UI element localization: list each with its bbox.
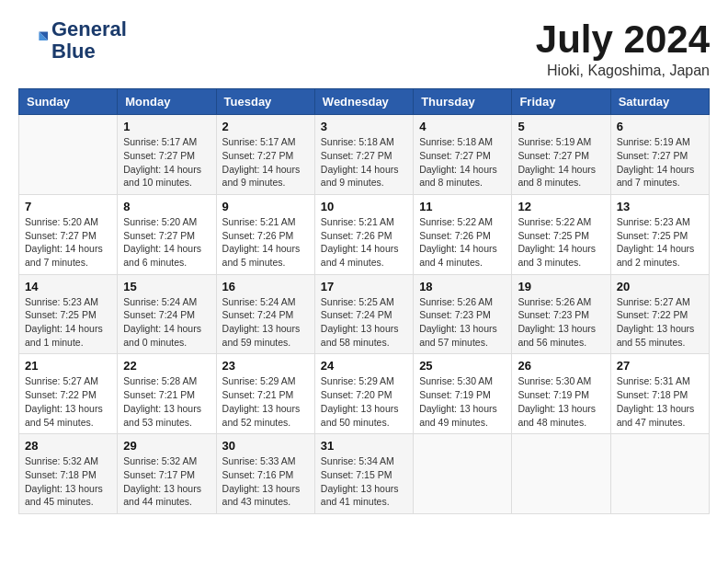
calendar-cell: 16Sunrise: 5:24 AM Sunset: 7:24 PM Dayli… <box>216 274 314 354</box>
calendar-cell: 8Sunrise: 5:20 AM Sunset: 7:27 PM Daylig… <box>118 194 216 274</box>
day-info: Sunrise: 5:19 AM Sunset: 7:27 PM Dayligh… <box>518 135 604 190</box>
title-area: July 2024 Hioki, Kagoshima, Japan <box>536 18 710 79</box>
calendar-cell: 4Sunrise: 5:18 AM Sunset: 7:27 PM Daylig… <box>414 115 512 195</box>
day-number: 14 <box>25 280 111 293</box>
day-number: 23 <box>222 359 309 373</box>
day-info: Sunrise: 5:18 AM Sunset: 7:27 PM Dayligh… <box>321 135 407 190</box>
day-number: 22 <box>123 359 210 373</box>
calendar-cell <box>414 434 512 514</box>
weekday-header-row: SundayMondayTuesdayWednesdayThursdayFrid… <box>19 89 710 115</box>
calendar-cell: 12Sunrise: 5:22 AM Sunset: 7:25 PM Dayli… <box>512 194 610 274</box>
day-info: Sunrise: 5:19 AM Sunset: 7:27 PM Dayligh… <box>617 135 703 190</box>
day-info: Sunrise: 5:29 AM Sunset: 7:21 PM Dayligh… <box>222 374 309 429</box>
month-title: July 2024 <box>536 18 710 61</box>
day-info: Sunrise: 5:22 AM Sunset: 7:25 PM Dayligh… <box>518 215 604 270</box>
day-number: 7 <box>25 200 111 213</box>
calendar-cell: 31Sunrise: 5:34 AM Sunset: 7:15 PM Dayli… <box>314 434 413 514</box>
day-number: 20 <box>617 280 703 293</box>
calendar-cell: 29Sunrise: 5:32 AM Sunset: 7:17 PM Dayli… <box>118 434 216 514</box>
calendar-cell: 30Sunrise: 5:33 AM Sunset: 7:16 PM Dayli… <box>216 434 314 514</box>
calendar-cell: 14Sunrise: 5:23 AM Sunset: 7:25 PM Dayli… <box>19 274 118 354</box>
calendar-cell <box>610 434 709 514</box>
day-number: 30 <box>222 439 309 453</box>
calendar-cell: 21Sunrise: 5:27 AM Sunset: 7:22 PM Dayli… <box>19 354 118 434</box>
day-number: 13 <box>617 200 703 213</box>
calendar-cell: 3Sunrise: 5:18 AM Sunset: 7:27 PM Daylig… <box>314 115 413 195</box>
calendar-cell: 19Sunrise: 5:26 AM Sunset: 7:23 PM Dayli… <box>512 274 610 354</box>
calendar-cell: 7Sunrise: 5:20 AM Sunset: 7:27 PM Daylig… <box>19 194 118 274</box>
day-info: Sunrise: 5:25 AM Sunset: 7:24 PM Dayligh… <box>321 295 407 350</box>
calendar-cell: 1Sunrise: 5:17 AM Sunset: 7:27 PM Daylig… <box>118 115 216 195</box>
calendar-week-row: 7Sunrise: 5:20 AM Sunset: 7:27 PM Daylig… <box>19 194 710 274</box>
day-number: 2 <box>222 120 309 133</box>
calendar-cell: 23Sunrise: 5:29 AM Sunset: 7:21 PM Dayli… <box>216 354 314 434</box>
day-info: Sunrise: 5:32 AM Sunset: 7:18 PM Dayligh… <box>25 454 111 509</box>
day-info: Sunrise: 5:27 AM Sunset: 7:22 PM Dayligh… <box>25 374 111 429</box>
day-info: Sunrise: 5:32 AM Sunset: 7:17 PM Dayligh… <box>123 454 210 509</box>
calendar-week-row: 14Sunrise: 5:23 AM Sunset: 7:25 PM Dayli… <box>19 274 710 354</box>
page-header: General Blue July 2024 Hioki, Kagoshima,… <box>18 18 710 79</box>
day-info: Sunrise: 5:17 AM Sunset: 7:27 PM Dayligh… <box>123 135 210 190</box>
day-info: Sunrise: 5:23 AM Sunset: 7:25 PM Dayligh… <box>617 215 703 270</box>
day-number: 29 <box>123 439 210 453</box>
logo-line1: General <box>51 18 127 40</box>
day-info: Sunrise: 5:24 AM Sunset: 7:24 PM Dayligh… <box>222 295 309 350</box>
calendar-week-row: 1Sunrise: 5:17 AM Sunset: 7:27 PM Daylig… <box>19 115 710 195</box>
calendar-week-row: 28Sunrise: 5:32 AM Sunset: 7:18 PM Dayli… <box>19 434 710 514</box>
calendar-cell: 2Sunrise: 5:17 AM Sunset: 7:27 PM Daylig… <box>216 115 314 195</box>
weekday-header-saturday: Saturday <box>610 89 709 115</box>
calendar-cell: 5Sunrise: 5:19 AM Sunset: 7:27 PM Daylig… <box>512 115 610 195</box>
calendar-cell: 9Sunrise: 5:21 AM Sunset: 7:26 PM Daylig… <box>216 194 314 274</box>
day-number: 4 <box>419 120 506 133</box>
day-info: Sunrise: 5:30 AM Sunset: 7:19 PM Dayligh… <box>419 374 506 429</box>
day-number: 25 <box>419 359 506 373</box>
weekday-header-friday: Friday <box>512 89 610 115</box>
calendar-cell: 26Sunrise: 5:30 AM Sunset: 7:19 PM Dayli… <box>512 354 610 434</box>
day-number: 31 <box>321 439 407 453</box>
day-info: Sunrise: 5:24 AM Sunset: 7:24 PM Dayligh… <box>123 295 210 350</box>
day-number: 8 <box>123 200 210 213</box>
calendar-cell: 28Sunrise: 5:32 AM Sunset: 7:18 PM Dayli… <box>19 434 118 514</box>
day-number: 5 <box>518 120 604 133</box>
day-info: Sunrise: 5:29 AM Sunset: 7:20 PM Dayligh… <box>321 374 407 429</box>
day-info: Sunrise: 5:18 AM Sunset: 7:27 PM Dayligh… <box>419 135 506 190</box>
calendar-cell: 15Sunrise: 5:24 AM Sunset: 7:24 PM Dayli… <box>118 274 216 354</box>
calendar-header: SundayMondayTuesdayWednesdayThursdayFrid… <box>19 89 710 115</box>
day-number: 9 <box>222 200 309 213</box>
day-number: 24 <box>321 359 407 373</box>
calendar-cell: 27Sunrise: 5:31 AM Sunset: 7:18 PM Dayli… <box>610 354 709 434</box>
day-number: 3 <box>321 120 407 133</box>
day-info: Sunrise: 5:17 AM Sunset: 7:27 PM Dayligh… <box>222 135 309 190</box>
day-info: Sunrise: 5:20 AM Sunset: 7:27 PM Dayligh… <box>25 215 111 270</box>
calendar-body: 1Sunrise: 5:17 AM Sunset: 7:27 PM Daylig… <box>19 115 710 514</box>
calendar-cell: 17Sunrise: 5:25 AM Sunset: 7:24 PM Dayli… <box>314 274 413 354</box>
weekday-header-sunday: Sunday <box>19 89 118 115</box>
day-info: Sunrise: 5:26 AM Sunset: 7:23 PM Dayligh… <box>518 295 604 350</box>
day-number: 11 <box>419 200 506 213</box>
day-number: 27 <box>617 359 703 373</box>
day-number: 6 <box>617 120 703 133</box>
day-info: Sunrise: 5:20 AM Sunset: 7:27 PM Dayligh… <box>123 215 210 270</box>
day-info: Sunrise: 5:26 AM Sunset: 7:23 PM Dayligh… <box>419 295 506 350</box>
day-info: Sunrise: 5:28 AM Sunset: 7:21 PM Dayligh… <box>123 374 210 429</box>
weekday-header-monday: Monday <box>118 89 216 115</box>
calendar-cell <box>19 115 118 195</box>
day-info: Sunrise: 5:23 AM Sunset: 7:25 PM Dayligh… <box>25 295 111 350</box>
logo-text: General Blue <box>51 18 127 63</box>
day-info: Sunrise: 5:33 AM Sunset: 7:16 PM Dayligh… <box>222 454 309 509</box>
day-number: 10 <box>321 200 407 213</box>
day-number: 18 <box>419 280 506 293</box>
day-number: 16 <box>222 280 309 293</box>
logo: General Blue <box>18 18 127 63</box>
calendar-cell: 11Sunrise: 5:22 AM Sunset: 7:26 PM Dayli… <box>414 194 512 274</box>
weekday-header-thursday: Thursday <box>414 89 512 115</box>
day-info: Sunrise: 5:21 AM Sunset: 7:26 PM Dayligh… <box>222 215 309 270</box>
day-number: 19 <box>518 280 604 293</box>
day-number: 12 <box>518 200 604 213</box>
calendar-table: SundayMondayTuesdayWednesdayThursdayFrid… <box>18 88 710 514</box>
logo-icon <box>18 26 48 55</box>
weekday-header-wednesday: Wednesday <box>314 89 413 115</box>
calendar-week-row: 21Sunrise: 5:27 AM Sunset: 7:22 PM Dayli… <box>19 354 710 434</box>
location-title: Hioki, Kagoshima, Japan <box>536 63 710 79</box>
calendar-cell: 6Sunrise: 5:19 AM Sunset: 7:27 PM Daylig… <box>610 115 709 195</box>
